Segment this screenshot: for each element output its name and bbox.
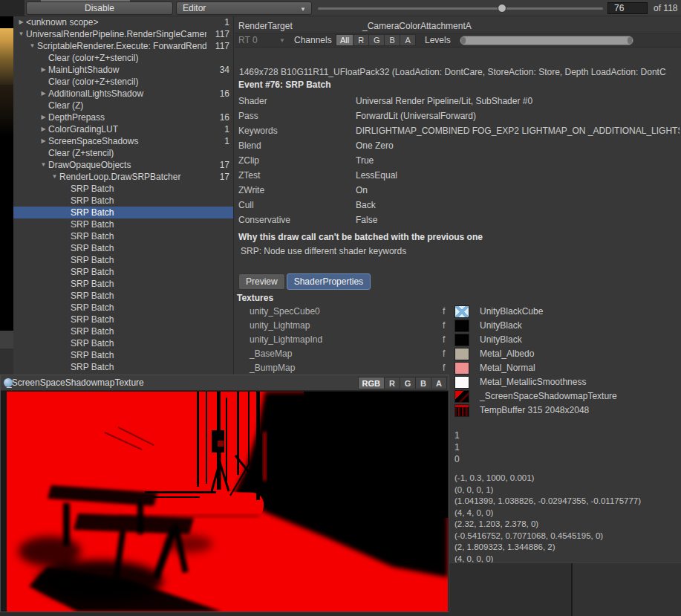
tree-row-srp-batch[interactable]: SRP Batch <box>13 254 233 266</box>
preview-channel-button-r[interactable]: R <box>385 377 400 389</box>
preview-titlebar[interactable]: _ScreenSpaceShadowmapTexture RGBRGBA <box>1 375 449 391</box>
property-value: DIRLIGHTMAP_COMBINED FOG_EXP2 LIGHTMAP_O… <box>356 123 680 138</box>
tree-row-universalrenderpipeline-rendersinglecamera[interactable]: ▼UniversalRenderPipeline.RenderSingleCam… <box>13 28 233 40</box>
tree-row-srp-batch[interactable]: SRP Batch <box>13 242 233 254</box>
preview-channel-button-rgb[interactable]: RGB <box>358 377 385 389</box>
disable-button[interactable]: Disable <box>26 1 173 15</box>
tree-row-mainlightshadow[interactable]: ▶MainLightShadow34 <box>13 64 233 76</box>
texture-thumbnail[interactable] <box>454 362 469 375</box>
tree-row-additionallightsshadow[interactable]: ▶AdditionalLightsShadow16 <box>13 88 233 100</box>
event-title: Event #76: SRP Batch <box>238 80 331 90</box>
tree-row-screenspaceshadows[interactable]: ▶ScreenSpaceShadows1 <box>13 135 233 147</box>
tree-row-clear-z[interactable]: Clear (Z) <box>13 100 233 111</box>
tree-row-srp-batch[interactable]: SRP Batch <box>13 218 233 230</box>
texture-thumbnail[interactable] <box>454 390 469 403</box>
foldout-closed-icon[interactable]: ▶ <box>16 16 26 28</box>
frame-number-input[interactable]: 76 <box>607 2 648 14</box>
tree-row-label: SRP Batch <box>71 278 206 290</box>
tab-shaderproperties[interactable]: ShaderProperties <box>287 273 371 290</box>
tree-row-label: SRP Batch <box>71 254 206 266</box>
vector-value: (-1, 0.3, 1000, 0.001) <box>454 473 641 484</box>
levels-max-handle[interactable] <box>628 37 632 44</box>
tree-row-srp-batch[interactable]: SRP Batch <box>13 266 233 278</box>
toolbar-left-edge <box>0 0 25 16</box>
texture-thumbnail[interactable] <box>454 348 469 360</box>
tree-row-srp-batch[interactable]: SRP Batch <box>13 349 233 361</box>
property-row-shader: ShaderUniversal Render Pipeline/Lit, Sub… <box>238 94 680 108</box>
vector-value: (2.32, 1.203, 2.378, 0) <box>454 519 641 531</box>
channel-button-r[interactable]: R <box>353 34 369 46</box>
texture-asset-name: Metal_Normal <box>480 361 535 375</box>
target-selector-dropdown[interactable]: Editor ▼ <box>176 1 312 15</box>
levels-min-handle[interactable] <box>461 37 466 44</box>
tree-row-srp-batch[interactable]: SRP Batch <box>13 290 233 302</box>
tree-row-scriptablerenderer-execute-forwardrende[interactable]: ▼ScriptableRenderer.Execute: ForwardRend… <box>13 40 233 52</box>
channel-button-a[interactable]: A <box>400 34 416 46</box>
property-row-blend: BlendOne Zero <box>238 138 680 153</box>
tree-row-srp-batch[interactable]: SRP Batch <box>13 195 233 207</box>
buffer-info-text: 1469x728 B10G11R11_UFloatPack32 (LoadAct… <box>239 67 679 77</box>
background-panels <box>449 562 681 616</box>
frame-debugger-window: Disable Editor ▼ 76 of 118 ▶<unknown sco… <box>0 0 681 616</box>
background-panel-fragment <box>0 331 13 348</box>
tree-row-clear-color-z-stencil[interactable]: Clear (color+Z+stencil) <box>13 52 233 64</box>
tree-row-renderloop-drawsrpbatcher[interactable]: ▼RenderLoop.DrawSRPBatcher17 <box>13 171 233 183</box>
preview-channel-button-a[interactable]: A <box>431 377 447 389</box>
preview-channel-button-b[interactable]: B <box>416 377 431 389</box>
foldout-closed-icon[interactable]: ▶ <box>39 88 48 100</box>
texture-asset-name: _ScreenSpaceShadowmapTexture <box>480 389 617 403</box>
tree-row-label: Clear (Z) <box>48 100 206 111</box>
tree-row-srp-batch[interactable]: SRP Batch <box>13 325 233 337</box>
tree-row-srp-batch[interactable]: SRP Batch <box>13 314 233 325</box>
tree-row-srp-batch[interactable]: SRP Batch <box>13 230 233 242</box>
tree-row-label: SRP Batch <box>71 325 206 337</box>
property-row-keywords: KeywordsDIRLIGHTMAP_COMBINED FOG_EXP2 LI… <box>238 123 680 138</box>
channel-button-g[interactable]: G <box>369 34 385 46</box>
batch-break-reason-title: Why this draw call can't be batched with… <box>238 232 483 242</box>
frame-slider-track[interactable] <box>318 7 603 10</box>
tree-row-label: SRP Batch <box>71 266 206 278</box>
tree-row-srp-batch[interactable]: SRP Batch <box>13 278 233 290</box>
tree-row-srp-batch[interactable]: SRP Batch <box>13 337 233 349</box>
tree-row-label: SRP Batch <box>71 337 206 349</box>
tree-row-clear-z-stencil[interactable]: Clear (Z+stencil) <box>13 147 233 159</box>
foldout-closed-icon[interactable]: ▶ <box>39 111 48 123</box>
tree-row-colorgradinglut[interactable]: ▶ColorGradingLUT1 <box>13 123 233 135</box>
texture-thumbnail[interactable] <box>454 376 469 389</box>
tree-row-drawopaqueobjects[interactable]: ▼DrawOpaqueObjects17 <box>13 159 233 171</box>
foldout-open-icon[interactable]: ▼ <box>50 171 59 183</box>
tree-row-label: Clear (color+Z+stencil) <box>48 76 206 88</box>
channel-button-b[interactable]: B <box>385 34 400 46</box>
tree-row-clear-color-z-stencil[interactable]: Clear (color+Z+stencil) <box>13 76 233 88</box>
frame-total-label: of 118 <box>654 3 677 13</box>
tree-row-depthprepass[interactable]: ▶DepthPrepass16 <box>13 111 233 123</box>
preview-channel-button-g[interactable]: G <box>400 377 416 389</box>
tree-row-count: 16 <box>206 111 233 123</box>
texture-thumbnail[interactable] <box>454 404 469 417</box>
property-row-zwrite: ZWriteOn <box>238 183 680 198</box>
foldout-closed-icon[interactable]: ▶ <box>39 64 48 76</box>
tree-row-srp-batch[interactable]: SRP Batch <box>13 361 233 373</box>
tab-preview[interactable]: Preview <box>238 273 285 290</box>
foldout-open-icon[interactable]: ▼ <box>39 159 48 171</box>
foldout-closed-icon[interactable]: ▶ <box>39 123 48 135</box>
tree-row-label: SRP Batch <box>71 314 206 325</box>
texture-thumbnail[interactable] <box>454 320 469 332</box>
render-target-value: _CameraColorAttachmentA <box>362 21 472 31</box>
texture-type-flag: f <box>443 361 445 375</box>
shadowmap-preview-image <box>7 392 448 612</box>
foldout-closed-icon[interactable]: ▶ <box>39 135 48 147</box>
levels-range-slider[interactable] <box>460 36 633 45</box>
foldout-open-icon[interactable]: ▼ <box>27 40 37 52</box>
texture-thumbnail[interactable] <box>454 305 469 318</box>
tree-row-srp-batch[interactable]: SRP Batch <box>13 207 233 218</box>
texture-thumbnail[interactable] <box>454 334 469 346</box>
foldout-open-icon[interactable]: ▼ <box>16 28 26 40</box>
preview-channel-group: RGBRGBA <box>358 377 447 389</box>
frame-slider-handle[interactable] <box>498 4 506 13</box>
tree-row-srp-batch[interactable]: SRP Batch <box>13 183 233 195</box>
tree-row-unknown-scope[interactable]: ▶<unknown scope>1 <box>13 16 233 28</box>
tree-row-srp-batch[interactable]: SRP Batch <box>13 302 233 314</box>
channel-button-all[interactable]: All <box>336 34 353 46</box>
rt-index-dropdown[interactable]: RT 0 <box>238 35 258 45</box>
